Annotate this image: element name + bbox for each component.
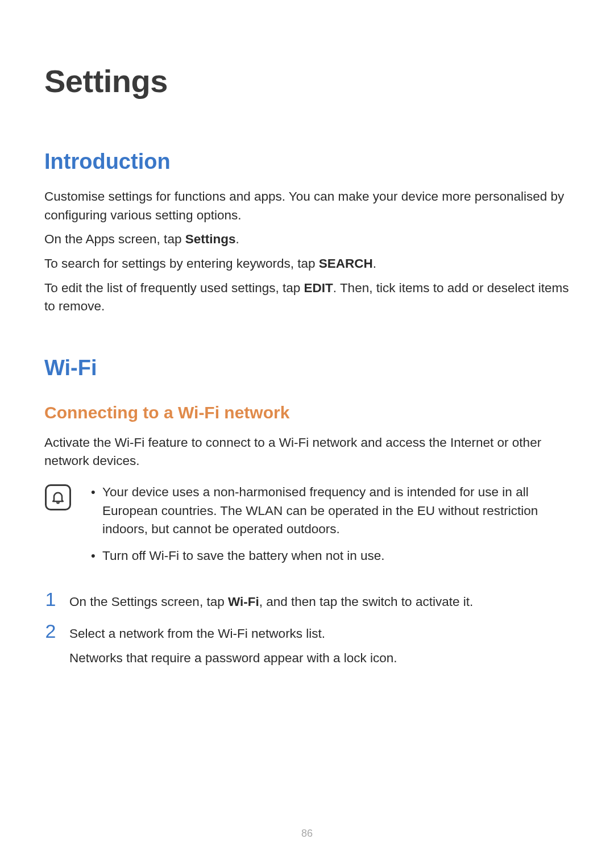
text: . bbox=[373, 256, 376, 271]
bell-icon bbox=[45, 484, 71, 510]
steps-list: 1 On the Settings screen, tap Wi-Fi, and… bbox=[44, 589, 570, 668]
intro-paragraph-2: On the Apps screen, tap Settings. bbox=[44, 230, 570, 249]
note-list: Your device uses a non-harmonised freque… bbox=[89, 483, 570, 574]
step-1: 1 On the Settings screen, tap Wi-Fi, and… bbox=[44, 589, 570, 612]
heading-introduction: Introduction bbox=[44, 149, 570, 174]
text: To search for settings by entering keywo… bbox=[44, 256, 319, 271]
step-number-1: 1 bbox=[44, 589, 57, 609]
step-1-body: On the Settings screen, tap Wi-Fi, and t… bbox=[69, 589, 570, 612]
wifi-paragraph-1: Activate the Wi-Fi feature to connect to… bbox=[44, 434, 570, 471]
bold-search: SEARCH bbox=[319, 256, 373, 271]
bold-settings: Settings bbox=[185, 232, 236, 246]
page-title: Settings bbox=[44, 63, 570, 99]
note-item-1: Your device uses a non-harmonised freque… bbox=[89, 483, 570, 539]
bold-edit: EDIT bbox=[304, 281, 333, 295]
note-item-2: Turn off Wi-Fi to save the battery when … bbox=[89, 547, 570, 566]
text: , and then tap the switch to activate it… bbox=[259, 595, 473, 609]
heading-wifi: Wi-Fi bbox=[44, 356, 570, 380]
step-2-main: Select a network from the Wi-Fi networks… bbox=[69, 626, 325, 641]
subheading-connecting: Connecting to a Wi-Fi network bbox=[44, 403, 570, 422]
step-2: 2 Select a network from the Wi-Fi networ… bbox=[44, 621, 570, 667]
page-content: Settings Introduction Customise settings… bbox=[0, 0, 614, 667]
note-block: Your device uses a non-harmonised freque… bbox=[44, 483, 570, 574]
page-number: 86 bbox=[0, 828, 614, 840]
text: On the Settings screen, tap bbox=[69, 595, 228, 609]
intro-paragraph-3: To search for settings by entering keywo… bbox=[44, 255, 570, 273]
text: . bbox=[235, 232, 239, 246]
text: To edit the list of frequently used sett… bbox=[44, 281, 304, 295]
step-number-2: 2 bbox=[44, 621, 57, 641]
bold-wifi: Wi-Fi bbox=[228, 595, 259, 609]
subsection-connecting: Connecting to a Wi-Fi network Activate t… bbox=[44, 403, 570, 471]
note-icon-container bbox=[44, 483, 72, 510]
section-introduction: Introduction Customise settings for func… bbox=[44, 149, 570, 316]
text: On the Apps screen, tap bbox=[44, 232, 185, 246]
step-2-sub: Networks that require a password appear … bbox=[69, 649, 570, 668]
intro-paragraph-1: Customise settings for functions and app… bbox=[44, 188, 570, 225]
section-wifi: Wi-Fi bbox=[44, 356, 570, 380]
step-2-body: Select a network from the Wi-Fi networks… bbox=[69, 621, 570, 667]
intro-paragraph-4: To edit the list of frequently used sett… bbox=[44, 279, 570, 316]
